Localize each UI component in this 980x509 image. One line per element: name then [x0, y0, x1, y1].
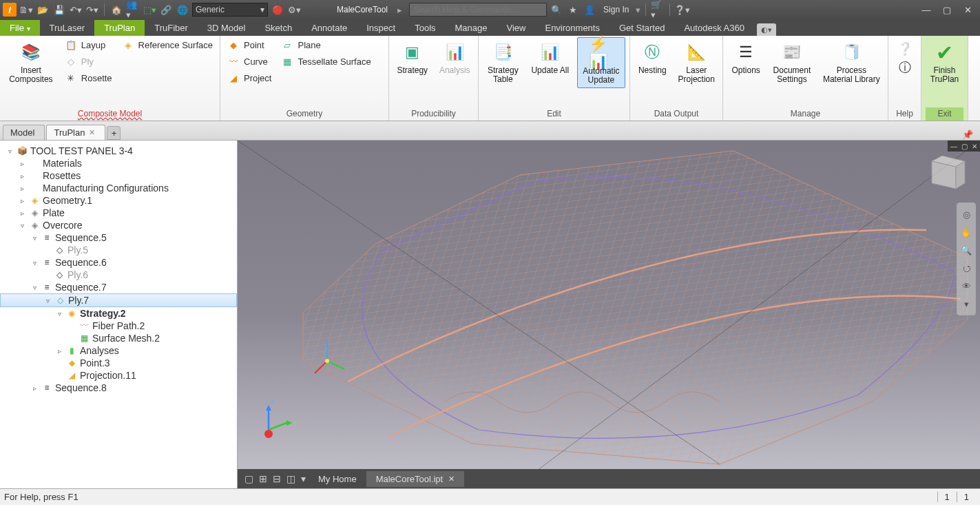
window-minimize-button[interactable]: — [917, 3, 936, 17]
ribbon-tab-sketch[interactable]: Sketch [255, 20, 302, 36]
new-tab-button[interactable]: + [107, 126, 121, 140]
tree-node[interactable]: ▿≡Sequence.6 [0, 256, 237, 269]
signin-link[interactable]: Sign In [599, 5, 633, 14]
layout-horiz-icon[interactable]: ⊟ [270, 473, 284, 484]
curve-button[interactable]: 〰Curve [225, 54, 274, 69]
point-button[interactable]: ◆Point [225, 37, 274, 52]
doc-settings-button[interactable]: 📰 Document Settings [769, 37, 815, 87]
rosette-button[interactable]: ✳Rosette [62, 70, 115, 85]
tree-node[interactable]: ▹▮Analyses [0, 344, 237, 357]
nesting-button[interactable]: Ⓝ Nesting [634, 37, 671, 78]
tree-node[interactable]: ▦Surface Mesh.2 [0, 332, 237, 344]
qat-globe-icon[interactable]: 🌐 [176, 3, 189, 17]
qat-settings-icon[interactable]: ⚙▾ [287, 3, 301, 17]
tree-node[interactable]: ◇Ply.5 [0, 244, 237, 256]
extra-tab-icon[interactable]: ◐▾ [757, 23, 776, 36]
ribbon-tab-autodesk-a360[interactable]: Autodesk A360 [674, 20, 753, 36]
qat-appearance-icon[interactable]: 🔴 [271, 3, 284, 17]
laser-projection-button[interactable]: 📐 Laser Projection [675, 37, 718, 87]
insert-composites-button[interactable]: 📚 Insert Composites [4, 37, 58, 87]
layout-single-icon[interactable]: ▢ [242, 473, 256, 484]
ribbon-tab-environments[interactable]: Environments [535, 20, 609, 36]
favorite-icon[interactable]: ★ [566, 3, 580, 17]
tree-node[interactable]: ▹Manufacturing Configurations [0, 182, 237, 194]
material-dropdown[interactable]: Generic [192, 3, 268, 17]
help-icon[interactable]: ❔▾ [675, 3, 689, 17]
close-icon[interactable]: ✕ [89, 128, 95, 137]
tree-node[interactable]: ▹≡Sequence.8 [0, 382, 237, 394]
finish-truplan-button[interactable]: ✔ Finish TruPlan [926, 37, 963, 87]
tab-my-home[interactable]: My Home [309, 471, 366, 487]
tree-node[interactable]: ▿◇Ply.7 [0, 293, 237, 307]
tab-model[interactable]: Model [3, 125, 45, 140]
qat-select-icon[interactable]: ⬚▾ [143, 3, 156, 17]
strategy-button[interactable]: ▣ Strategy [393, 37, 432, 78]
tessellate-button[interactable]: ▦Tessellate Surface [278, 54, 373, 69]
tree-node[interactable]: ▹◈Plate [0, 207, 237, 219]
layout-vert-icon[interactable]: ◫ [284, 473, 298, 484]
qat-link-icon[interactable]: 🔗 [159, 3, 173, 17]
tree-node[interactable]: ▹Rosettes [0, 169, 237, 182]
qat-team-icon[interactable]: 👥▾ [126, 3, 140, 17]
expander-icon[interactable]: ▿ [43, 297, 52, 304]
tree-node[interactable]: ◇Ply.6 [0, 269, 237, 281]
strategy-table-button[interactable]: 📑 Strategy Table [483, 37, 523, 87]
file-tab[interactable]: File ▾ [0, 20, 40, 36]
expander-icon[interactable]: ▿ [30, 234, 39, 242]
tree-node[interactable]: ▹Materials [0, 157, 237, 169]
search-input[interactable] [409, 3, 547, 17]
tree-node[interactable]: ▿📦TOOL TEST PANEL 3-4 [0, 145, 237, 157]
qat-undo-icon[interactable]: ↶▾ [69, 3, 83, 17]
expander-icon[interactable]: ▹ [55, 347, 63, 355]
expander-icon[interactable]: ▹ [18, 172, 26, 180]
qat-new-icon[interactable]: 🗎▾ [19, 3, 33, 17]
orbit-icon[interactable]: ⭯ [959, 261, 973, 275]
tab-doc[interactable]: MaleCoreTool.ipt✕ [366, 471, 465, 487]
view-cube[interactable] [918, 154, 966, 202]
ribbon-tab-trufiber[interactable]: TruFiber [145, 20, 198, 36]
qat-save-icon[interactable]: 💾 [52, 3, 66, 17]
ribbon-tab-trulaser[interactable]: TruLaser [40, 20, 95, 36]
tree-node[interactable]: ▿◉Strategy.2 [0, 307, 237, 320]
options-button[interactable]: ☰ Options [727, 37, 764, 78]
ribbon-tab-get-started[interactable]: Get Started [609, 20, 674, 36]
close-icon[interactable]: ✕ [448, 475, 455, 484]
pin-icon[interactable]: 📌 [959, 129, 976, 140]
ribbon-tab-tools[interactable]: Tools [405, 20, 445, 36]
cart-icon[interactable]: 🛒▾ [651, 3, 665, 17]
tree-node[interactable]: 〰Fiber Path.2 [0, 320, 237, 332]
tree-node[interactable]: ▿◈Overcore [0, 219, 237, 231]
expander-icon[interactable]: ▿ [30, 284, 39, 291]
ribbon-tab-truplan[interactable]: TruPlan [94, 20, 145, 36]
nav-bar[interactable]: ◎ ✋ 🔍 ⭯ 👁 ▾ [957, 202, 976, 315]
window-close-button[interactable]: ✕ [958, 3, 977, 17]
layout-quad-icon[interactable]: ⊞ [256, 473, 270, 484]
ribbon-tab-3d-model[interactable]: 3D Model [198, 20, 256, 36]
tree-node[interactable]: ▹◈Geometry.1 [0, 194, 237, 207]
ribbon-tab-inspect[interactable]: Inspect [357, 20, 405, 36]
qat-open-icon[interactable]: 📂 [36, 3, 50, 17]
zoom-icon[interactable]: 🔍 [959, 243, 973, 257]
project-button[interactable]: ◢Project [225, 70, 274, 85]
tab-truplan[interactable]: TruPlan✕ [46, 125, 105, 140]
tree-node[interactable]: ▿≡Sequence.7 [0, 281, 237, 293]
ply-button[interactable]: ◇Ply [62, 54, 115, 69]
ribbon-tab-annotate[interactable]: Annotate [302, 20, 357, 36]
model-tree[interactable]: ▿📦TOOL TEST PANEL 3-4▹Materials▹Rosettes… [0, 141, 238, 488]
expander-icon[interactable]: ▹ [18, 197, 26, 205]
info-panel-icon[interactable]: ⓘ [899, 59, 911, 76]
expander-icon[interactable]: ▿ [30, 259, 39, 267]
3d-viewport[interactable]: — ▢ ✕ [238, 141, 980, 488]
expander-icon[interactable]: ▹ [18, 209, 26, 217]
analysis-button[interactable]: 📊 Analysis [436, 37, 475, 78]
ribbon-tab-manage[interactable]: Manage [446, 20, 497, 36]
lookat-icon[interactable]: 👁 [959, 279, 973, 293]
expander-icon[interactable]: ▹ [30, 384, 39, 392]
expander-icon[interactable]: ▿ [18, 222, 26, 229]
tree-node[interactable]: ◢Projection.11 [0, 369, 237, 382]
pan-icon[interactable]: ✋ [959, 225, 973, 239]
reference-surface-button[interactable]: ◈Reference Surface [119, 37, 216, 52]
expander-icon[interactable]: ▹ [18, 185, 26, 192]
help-panel-icon[interactable]: ❔ [897, 41, 913, 56]
tree-node[interactable]: ◆Point.3 [0, 357, 237, 369]
